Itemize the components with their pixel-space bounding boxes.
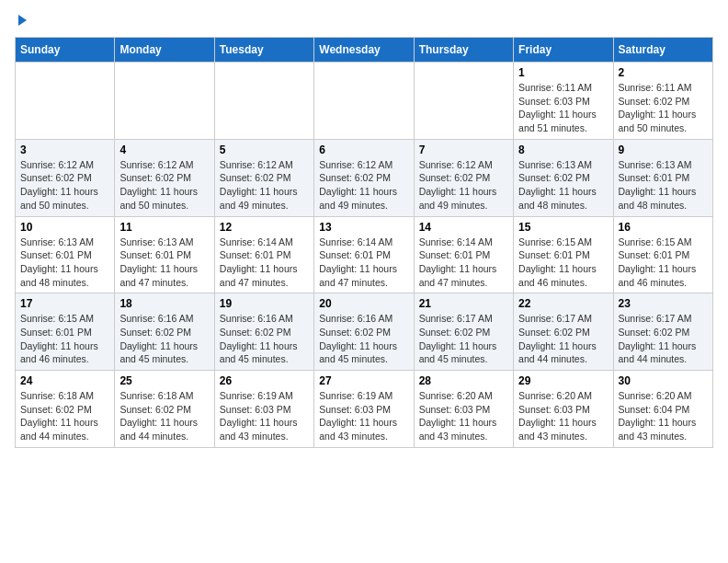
calendar-cell: 10 Sunrise: 6:13 AM Sunset: 6:01 PM Dayl… [16,216,115,293]
sunset-text: Sunset: 6:02 PM [619,327,690,338]
calendar-cell: 11 Sunrise: 6:13 AM Sunset: 6:01 PM Dayl… [115,216,214,293]
calendar-cell: 8 Sunrise: 6:13 AM Sunset: 6:02 PM Dayli… [514,139,613,216]
calendar-cell: 26 Sunrise: 6:19 AM Sunset: 6:03 PM Dayl… [214,371,313,448]
day-number: 10 [20,221,109,234]
sunset-text: Sunset: 6:04 PM [619,404,690,415]
day-number: 13 [319,221,408,234]
calendar-cell: 6 Sunrise: 6:12 AM Sunset: 6:02 PM Dayli… [314,139,414,216]
sunrise-text: Sunrise: 6:16 AM [220,313,293,324]
day-info: Sunrise: 6:15 AM Sunset: 6:01 PM Dayligh… [518,236,608,290]
sunrise-text: Sunrise: 6:20 AM [518,390,592,401]
calendar-cell: 23 Sunrise: 6:17 AM Sunset: 6:02 PM Dayl… [613,293,712,371]
sunrise-text: Sunrise: 6:20 AM [419,390,493,401]
sunrise-text: Sunrise: 6:14 AM [220,236,293,247]
day-number: 1 [518,66,608,79]
day-number: 18 [119,297,209,310]
calendar-cell: 13 Sunrise: 6:14 AM Sunset: 6:01 PM Dayl… [314,216,414,293]
daylight-text: Daylight: 11 hours and 50 minutes. [619,109,697,133]
daylight-text: Daylight: 11 hours and 46 minutes. [619,263,697,288]
sunrise-text: Sunrise: 6:13 AM [119,236,193,247]
day-info: Sunrise: 6:11 AM Sunset: 6:03 PM Dayligh… [518,81,608,135]
calendar-cell: 21 Sunrise: 6:17 AM Sunset: 6:02 PM Dayl… [414,293,513,371]
sunrise-text: Sunrise: 6:17 AM [419,313,493,324]
calendar-cell: 20 Sunrise: 6:16 AM Sunset: 6:02 PM Dayl… [314,293,414,371]
day-info: Sunrise: 6:19 AM Sunset: 6:03 PM Dayligh… [220,389,309,443]
day-number: 5 [220,144,309,156]
calendar-cell [314,63,414,140]
daylight-text: Daylight: 11 hours and 46 minutes. [518,263,597,288]
calendar-cell: 29 Sunrise: 6:20 AM Sunset: 6:03 PM Dayl… [514,371,613,448]
sunset-text: Sunset: 6:03 PM [518,96,590,107]
weekday-header-saturday: Saturday [613,38,712,63]
day-info: Sunrise: 6:13 AM Sunset: 6:02 PM Dayligh… [518,158,608,213]
daylight-text: Daylight: 11 hours and 43 minutes. [220,417,298,442]
calendar-cell: 28 Sunrise: 6:20 AM Sunset: 6:03 PM Dayl… [414,371,513,448]
calendar-cell: 3 Sunrise: 6:12 AM Sunset: 6:02 PM Dayli… [16,139,115,216]
sunset-text: Sunset: 6:02 PM [319,172,391,183]
day-number: 6 [319,144,408,156]
day-info: Sunrise: 6:13 AM Sunset: 6:01 PM Dayligh… [619,158,708,213]
day-info: Sunrise: 6:16 AM Sunset: 6:02 PM Dayligh… [220,312,309,366]
calendar-cell: 22 Sunrise: 6:17 AM Sunset: 6:02 PM Dayl… [514,293,613,371]
calendar-cell [115,63,214,140]
sunrise-text: Sunrise: 6:15 AM [619,236,692,247]
day-info: Sunrise: 6:20 AM Sunset: 6:03 PM Dayligh… [419,389,508,443]
day-number: 30 [619,374,708,387]
daylight-text: Daylight: 11 hours and 50 minutes. [119,186,198,211]
daylight-text: Daylight: 11 hours and 44 minutes. [119,417,198,442]
sunset-text: Sunset: 6:01 PM [220,249,291,260]
daylight-text: Daylight: 11 hours and 44 minutes. [20,417,98,442]
day-info: Sunrise: 6:16 AM Sunset: 6:02 PM Dayligh… [319,312,408,366]
daylight-text: Daylight: 11 hours and 44 minutes. [619,340,697,365]
calendar-week-row: 1 Sunrise: 6:11 AM Sunset: 6:03 PM Dayli… [16,63,713,140]
sunrise-text: Sunrise: 6:12 AM [220,159,293,170]
daylight-text: Daylight: 11 hours and 43 minutes. [319,417,397,442]
day-number: 24 [20,374,109,387]
daylight-text: Daylight: 11 hours and 49 minutes. [220,186,298,211]
day-number: 29 [518,374,608,387]
weekday-header-tuesday: Tuesday [214,38,313,63]
day-number: 17 [20,297,109,310]
weekday-header-thursday: Thursday [414,38,513,63]
calendar-cell: 4 Sunrise: 6:12 AM Sunset: 6:02 PM Dayli… [115,139,214,216]
sunrise-text: Sunrise: 6:18 AM [119,390,193,401]
sunset-text: Sunset: 6:02 PM [419,172,491,183]
sunrise-text: Sunrise: 6:12 AM [119,159,193,170]
day-number: 27 [319,374,408,387]
sunset-text: Sunset: 6:02 PM [319,327,391,338]
daylight-text: Daylight: 11 hours and 43 minutes. [518,417,597,442]
daylight-text: Daylight: 11 hours and 47 minutes. [119,263,198,288]
day-info: Sunrise: 6:12 AM Sunset: 6:02 PM Dayligh… [319,158,408,213]
calendar-cell: 30 Sunrise: 6:20 AM Sunset: 6:04 PM Dayl… [613,371,712,448]
weekday-header-wednesday: Wednesday [314,38,414,63]
logo [15,15,27,26]
sunset-text: Sunset: 6:03 PM [419,404,491,415]
day-number: 8 [518,144,608,156]
day-info: Sunrise: 6:17 AM Sunset: 6:02 PM Dayligh… [419,312,508,366]
calendar-cell: 5 Sunrise: 6:12 AM Sunset: 6:02 PM Dayli… [214,139,313,216]
calendar-table: SundayMondayTuesdayWednesdayThursdayFrid… [15,37,713,448]
day-info: Sunrise: 6:15 AM Sunset: 6:01 PM Dayligh… [619,236,708,290]
day-info: Sunrise: 6:14 AM Sunset: 6:01 PM Dayligh… [319,236,408,290]
day-number: 21 [419,297,508,310]
sunrise-text: Sunrise: 6:13 AM [20,236,94,247]
sunrise-text: Sunrise: 6:18 AM [20,390,94,401]
calendar-header-row: SundayMondayTuesdayWednesdayThursdayFrid… [16,38,713,63]
day-number: 23 [619,297,708,310]
daylight-text: Daylight: 11 hours and 48 minutes. [20,263,98,288]
calendar-cell: 1 Sunrise: 6:11 AM Sunset: 6:03 PM Dayli… [514,63,613,140]
day-number: 14 [419,221,508,234]
sunset-text: Sunset: 6:02 PM [119,404,191,415]
day-number: 2 [619,66,708,79]
logo-blue [15,15,27,26]
calendar-week-row: 3 Sunrise: 6:12 AM Sunset: 6:02 PM Dayli… [16,139,713,216]
sunset-text: Sunset: 6:02 PM [220,327,291,338]
calendar-week-row: 10 Sunrise: 6:13 AM Sunset: 6:01 PM Dayl… [16,216,713,293]
weekday-header-friday: Friday [514,38,613,63]
calendar-cell: 15 Sunrise: 6:15 AM Sunset: 6:01 PM Dayl… [514,216,613,293]
sunset-text: Sunset: 6:01 PM [619,172,690,183]
sunset-text: Sunset: 6:03 PM [518,404,590,415]
sunrise-text: Sunrise: 6:19 AM [220,390,293,401]
daylight-text: Daylight: 11 hours and 49 minutes. [319,186,397,211]
daylight-text: Daylight: 11 hours and 45 minutes. [220,340,298,365]
